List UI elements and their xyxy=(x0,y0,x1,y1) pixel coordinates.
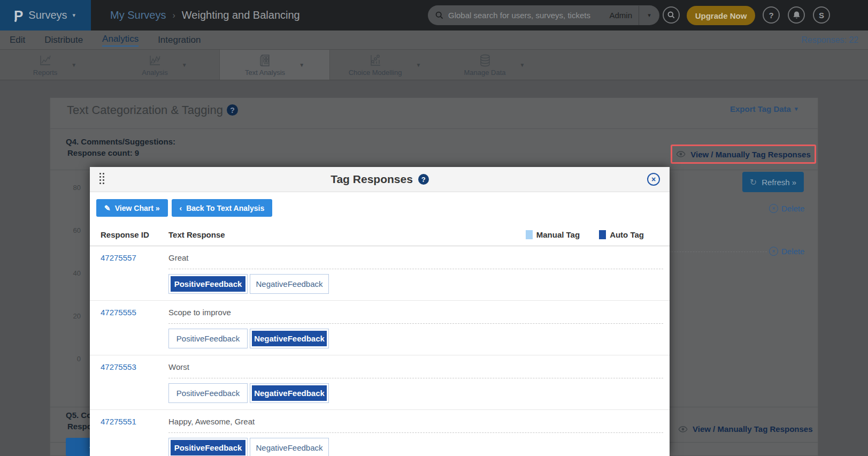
chevron-down-icon[interactable]: ▼ xyxy=(71,62,76,68)
y-axis-tick: 0 xyxy=(62,355,81,363)
breadcrumb-my-surveys[interactable]: My Surveys xyxy=(110,9,166,21)
refresh-icon: ↻ xyxy=(750,177,757,187)
y-axis-tick: 40 xyxy=(62,269,81,277)
breadcrumb-current: Weighting and Balancing xyxy=(182,9,300,21)
column-text-response: Text Response xyxy=(168,230,526,239)
tag-chips: PositiveFeedbackNegativeFeedback xyxy=(168,269,663,294)
tab-analytics[interactable]: Analytics xyxy=(102,34,139,47)
breadcrumb-separator-icon: › xyxy=(172,11,175,20)
tag-chip-label: PositiveFeedback xyxy=(171,385,245,401)
response-id-link[interactable]: 47275555 xyxy=(101,308,168,324)
table-row: 47275551 Happy, Awesome, Great PositiveF… xyxy=(90,410,670,456)
tag-chip[interactable]: PositiveFeedback xyxy=(168,383,248,403)
tag-chip[interactable]: NegativeFeedback xyxy=(250,329,329,348)
refresh-button[interactable]: ↻ Refresh » xyxy=(742,172,804,192)
tag-chip[interactable]: PositiveFeedback xyxy=(168,329,248,348)
user-avatar[interactable]: S xyxy=(813,6,830,24)
back-to-text-analysis-button[interactable]: ‹ Back To Text Analysis xyxy=(172,199,273,217)
toolbar-reports[interactable]: Reports ▼ xyxy=(0,50,110,80)
tag-chip[interactable]: NegativeFeedback xyxy=(250,274,329,294)
divider xyxy=(50,128,818,129)
responses-count-label: Responses: 22 xyxy=(801,35,858,45)
chevron-down-icon[interactable]: ▼ xyxy=(520,62,525,68)
chevron-down-icon[interactable]: ▼ xyxy=(299,62,304,68)
chevron-down-icon[interactable]: ▼ xyxy=(182,62,187,68)
view-manually-tag-responses-button[interactable]: View / Manually Tag Responses xyxy=(678,424,813,434)
response-id-link[interactable]: 47275551 xyxy=(101,417,168,433)
tag-responses-modal: Tag Responses ? × ✎ View Chart » ‹ Back … xyxy=(90,167,670,456)
response-count-label: Response count: 9 xyxy=(67,148,139,157)
database-icon xyxy=(478,54,492,67)
drag-handle[interactable] xyxy=(99,173,104,184)
tag-chip[interactable]: PositiveFeedback xyxy=(168,438,248,456)
toolbar-choice-modelling[interactable]: Choice Modelling ▼ xyxy=(330,50,440,80)
y-axis-tick: 20 xyxy=(62,312,81,320)
tag-chip[interactable]: NegativeFeedback xyxy=(250,438,329,456)
help-icon[interactable]: ? xyxy=(418,174,429,185)
survey-nav-tabs: Edit Distribute Analytics Integration Re… xyxy=(0,31,868,50)
table-row: 47275553 Worst PositiveFeedbackNegativeF… xyxy=(90,355,670,410)
modal-header: Tag Responses ? × xyxy=(90,167,670,192)
tag-chips: PositiveFeedbackNegativeFeedback xyxy=(168,324,663,348)
response-id-link[interactable]: 47275557 xyxy=(101,253,168,269)
tag-legend: Manual Tag Auto Tag xyxy=(526,230,644,239)
toolbar-text-analysis[interactable]: Text Analysis ▼ xyxy=(219,50,330,80)
tag-chip-label: PositiveFeedback xyxy=(171,440,245,455)
table-header-row: Response ID Text Response Manual Tag Aut… xyxy=(90,224,670,246)
response-text: Scope to improve xyxy=(168,308,663,324)
response-id-link[interactable]: 47275553 xyxy=(101,362,168,378)
global-search-input[interactable]: Global search for users, surveys, ticket… xyxy=(428,5,659,25)
table-row: 47275557 Great PositiveFeedbackNegativeF… xyxy=(90,246,670,301)
search-icon xyxy=(667,11,675,19)
tab-distribute[interactable]: Distribute xyxy=(44,35,83,45)
breadcrumb: My Surveys › Weighting and Balancing xyxy=(110,9,300,21)
question-label: Q4. Comments/Suggestions: xyxy=(66,137,175,146)
search-scope-label: Admin xyxy=(609,11,632,20)
close-icon[interactable]: × xyxy=(647,173,660,186)
chevron-down-icon: ▾ xyxy=(795,105,798,112)
tab-edit[interactable]: Edit xyxy=(10,35,25,45)
tab-integration[interactable]: Integration xyxy=(158,35,201,45)
panel-title: Text Categorization & Tagging xyxy=(67,103,223,117)
tag-chip-label: NegativeFeedback xyxy=(252,440,327,455)
search-submit-button[interactable] xyxy=(663,6,680,24)
help-icon[interactable]: ? xyxy=(227,104,238,116)
y-axis-tick: 60 xyxy=(62,226,81,234)
app-window: P Surveys ▾ My Surveys › Weighting and B… xyxy=(0,0,868,456)
y-axis-tick: 80 xyxy=(62,184,81,192)
tag-chip-label: NegativeFeedback xyxy=(252,385,327,401)
tag-chips: PositiveFeedbackNegativeFeedback xyxy=(168,433,663,456)
view-manually-tag-responses-button[interactable]: View / Manually Tag Responses xyxy=(671,145,816,164)
chevron-down-icon: ▾ xyxy=(73,12,76,19)
manual-tag-swatch xyxy=(526,230,533,239)
proprofs-logo-icon: P xyxy=(14,9,23,22)
product-switcher[interactable]: P Surveys ▾ xyxy=(0,0,91,31)
upgrade-now-button[interactable]: Upgrade Now xyxy=(687,6,755,25)
document-grid-icon xyxy=(258,54,272,67)
auto-tag-swatch xyxy=(599,230,606,239)
tag-chip[interactable]: NegativeFeedback xyxy=(250,383,329,403)
view-chart-button[interactable]: ✎ View Chart » xyxy=(96,199,168,217)
top-navbar: P Surveys ▾ My Surveys › Weighting and B… xyxy=(0,0,868,31)
delete-tag-button[interactable]: × Delete xyxy=(769,204,804,213)
eye-icon xyxy=(678,426,688,432)
delete-tag-button[interactable]: × Delete xyxy=(769,247,804,256)
trend-chart-icon xyxy=(148,54,162,67)
response-text: Great xyxy=(168,253,663,269)
export-tag-data-button[interactable]: Export Tag Data ▾ xyxy=(730,104,797,113)
edit-chart-icon: ✎ xyxy=(104,204,111,212)
line-chart-icon xyxy=(39,54,52,67)
response-text: Happy, Awesome, Great xyxy=(168,417,663,433)
tag-chip[interactable]: PositiveFeedback xyxy=(168,274,248,294)
toolbar-analysis[interactable]: Analysis ▼ xyxy=(110,50,219,80)
chevron-down-icon[interactable]: ▼ xyxy=(416,62,421,68)
notifications-button[interactable] xyxy=(788,6,805,24)
toolbar-manage-data[interactable]: Manage Data ▼ xyxy=(440,50,549,80)
search-scope-dropdown[interactable]: ▾ xyxy=(639,12,659,19)
search-placeholder: Global search for users, surveys, ticket… xyxy=(448,11,609,20)
help-button[interactable]: ? xyxy=(763,6,780,24)
tag-chip-label: PositiveFeedback xyxy=(171,276,245,292)
modal-title: Tag Responses xyxy=(331,173,413,186)
analytics-toolbar: Reports ▼ Analysis ▼ xyxy=(0,50,868,80)
legend-manual-tag: Manual Tag xyxy=(526,230,580,239)
